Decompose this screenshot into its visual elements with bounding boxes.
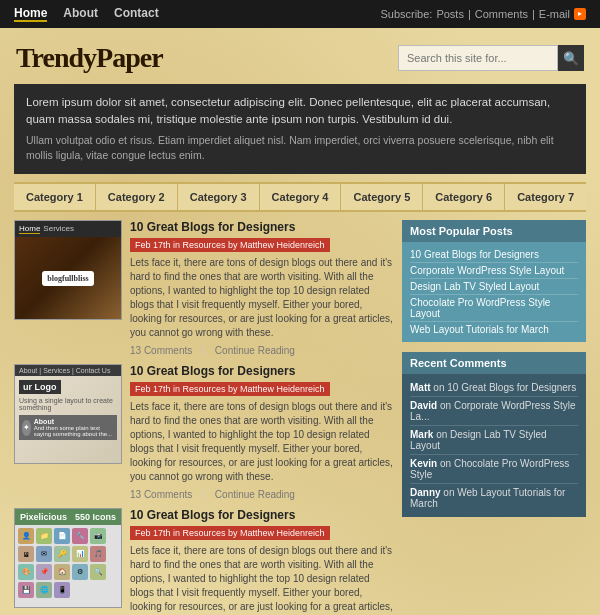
thumb2-contact: Contact Us	[76, 367, 111, 374]
icon-item: ✉	[36, 546, 52, 562]
icon-item: 🔍	[90, 564, 106, 580]
site-header: TrendyPaper 🔍	[0, 28, 600, 84]
popular-posts-content: 10 Great Blogs for Designers Corporate W…	[402, 242, 586, 342]
posts-column: Home Services blogfullbliss 10 Great Blo…	[14, 220, 394, 615]
post-item: Pixelicious 550 Icons 👤 📁 📄 🔧 📷 🖥 ✉ 🔑	[14, 508, 394, 615]
popular-posts-title: Most Popular Posts	[402, 220, 586, 242]
recent-comments-box: Recent Comments Matt on 10 Great Blogs f…	[402, 352, 586, 517]
post-content: 10 Great Blogs for Designers Feb 17th in…	[130, 220, 394, 356]
post-meta: Feb 17th in Resources by Matthew Heidenr…	[130, 382, 330, 396]
sidebar: Most Popular Posts 10 Great Blogs for De…	[402, 220, 586, 615]
popular-link[interactable]: Chocolate Pro WordPress Style Layout	[410, 295, 578, 322]
icon-item: 🎵	[90, 546, 106, 562]
post-title: 10 Great Blogs for Designers	[130, 220, 394, 234]
post-footer: 13 Comments | Continue Reading	[130, 345, 394, 356]
continue-reading-link[interactable]: Continue Reading	[215, 489, 295, 500]
post-text: Lets face it, there are tons of design b…	[130, 544, 394, 615]
comment-item: Matt on 10 Great Blogs for Designers	[410, 379, 578, 397]
icon-item: 📊	[72, 546, 88, 562]
popular-posts-box: Most Popular Posts 10 Great Blogs for De…	[402, 220, 586, 342]
comments-link[interactable]: 13 Comments	[130, 345, 192, 356]
search-input[interactable]	[398, 45, 558, 71]
cat-2[interactable]: Category 2	[96, 184, 178, 210]
subscribe-comments[interactable]: Comments	[475, 8, 528, 20]
thumb3-title: Pixelicious	[20, 512, 67, 522]
search-button[interactable]: 🔍	[558, 45, 584, 71]
post-content: 10 Great Blogs for Designers Feb 17th in…	[130, 364, 394, 500]
subscribe-posts[interactable]: Posts	[436, 8, 464, 20]
site-title: TrendyPaper	[16, 42, 163, 74]
search-bar: 🔍	[398, 45, 584, 71]
icon-item: 📱	[54, 582, 70, 598]
icon-item: 📁	[36, 528, 52, 544]
hero-main-text: Lorem ipsum dolor sit amet, consectetur …	[26, 94, 574, 129]
cat-1[interactable]: Category 1	[14, 184, 96, 210]
comment-item: David on Corporate WordPress Style La...	[410, 397, 578, 426]
recent-comments-content: Matt on 10 Great Blogs for Designers Dav…	[402, 374, 586, 517]
nav-about[interactable]: About	[63, 6, 98, 22]
icon-item: 📄	[54, 528, 70, 544]
popular-link[interactable]: Corporate WordPress Style Layout	[410, 263, 578, 279]
icon-item: 🌐	[36, 582, 52, 598]
popular-link[interactable]: Design Lab TV Styled Layout	[410, 279, 578, 295]
post-item: Home Services blogfullbliss 10 Great Blo…	[14, 220, 394, 356]
thumb2-services: Services	[43, 367, 70, 374]
hero-sub-text: Ullam volutpat odio et risus. Etiam impe…	[26, 133, 574, 165]
main-wrapper: TrendyPaper 🔍 Lorem ipsum dolor sit amet…	[0, 28, 600, 615]
nav-links: Home About Contact	[14, 6, 159, 22]
subscribe-label: Subscribe:	[380, 8, 432, 20]
cat-6[interactable]: Category 6	[423, 184, 505, 210]
thumb3-sub: 550 Icons	[75, 512, 116, 522]
hero-section: Lorem ipsum dolor sit amet, consectetur …	[14, 84, 586, 174]
top-navigation: Home About Contact Subscribe: Posts | Co…	[0, 0, 600, 28]
icon-item: 🔧	[72, 528, 88, 544]
post-title: 10 Great Blogs for Designers	[130, 364, 394, 378]
rss-icon: ▸	[574, 8, 586, 20]
popular-link[interactable]: 10 Great Blogs for Designers	[410, 247, 578, 263]
post-item: About | Services | Contact Us ur Logo Us…	[14, 364, 394, 500]
cat-4[interactable]: Category 4	[260, 184, 342, 210]
blog-logo: blogfullbliss	[42, 271, 93, 286]
continue-reading-link[interactable]: Continue Reading	[215, 345, 295, 356]
cat-3[interactable]: Category 3	[178, 184, 260, 210]
icon-item: ⚙	[72, 564, 88, 580]
icon-item: 🏠	[54, 564, 70, 580]
recent-comments-title: Recent Comments	[402, 352, 586, 374]
thumb-nav-home[interactable]: Home	[19, 224, 40, 234]
subscribe-area: Subscribe: Posts | Comments | E-mail ▸	[380, 8, 586, 20]
logo-box: ur Logo	[19, 380, 61, 394]
content-area: Home Services blogfullbliss 10 Great Blo…	[14, 220, 586, 615]
post-title: 10 Great Blogs for Designers	[130, 508, 394, 522]
icon-item: 🎨	[18, 564, 34, 580]
post-text: Lets face it, there are tons of design b…	[130, 256, 394, 340]
comment-item: Danny on Web Layout Tutorials for March	[410, 484, 578, 512]
about-icon: ✦	[22, 420, 31, 436]
post-thumbnail-2: About | Services | Contact Us ur Logo Us…	[14, 364, 122, 464]
post-thumbnail-3: Pixelicious 550 Icons 👤 📁 📄 🔧 📷 🖥 ✉ 🔑	[14, 508, 122, 608]
icon-item: 🖥	[18, 546, 34, 562]
popular-link[interactable]: Web Layout Tutorials for March	[410, 322, 578, 337]
icon-item: 🔑	[54, 546, 70, 562]
post-footer: 13 Comments | Continue Reading	[130, 489, 394, 500]
thumb-nav-services[interactable]: Services	[43, 224, 74, 234]
post-text: Lets face it, there are tons of design b…	[130, 400, 394, 484]
post-content: 10 Great Blogs for Designers Feb 17th in…	[130, 508, 394, 615]
cat-5[interactable]: Category 5	[341, 184, 423, 210]
comment-item: Mark on Design Lab TV Styled Layout	[410, 426, 578, 455]
subscribe-email[interactable]: E-mail	[539, 8, 570, 20]
icon-item: 📌	[36, 564, 52, 580]
post-thumbnail-1: Home Services blogfullbliss	[14, 220, 122, 320]
comment-item: Kevin on Chocolate Pro WordPress Style	[410, 455, 578, 484]
nav-contact[interactable]: Contact	[114, 6, 159, 22]
icon-item: 📷	[90, 528, 106, 544]
comments-link[interactable]: 13 Comments	[130, 489, 192, 500]
nav-home[interactable]: Home	[14, 6, 47, 22]
post-meta: Feb 17th in Resources by Matthew Heidenr…	[130, 238, 330, 252]
icon-item: 👤	[18, 528, 34, 544]
post-meta: Feb 17th in Resources by Matthew Heidenr…	[130, 526, 330, 540]
category-navigation: Category 1 Category 2 Category 3 Categor…	[14, 182, 586, 212]
cat-7[interactable]: Category 7	[505, 184, 586, 210]
icon-item: 💾	[18, 582, 34, 598]
thumb2-about: About	[19, 367, 37, 374]
